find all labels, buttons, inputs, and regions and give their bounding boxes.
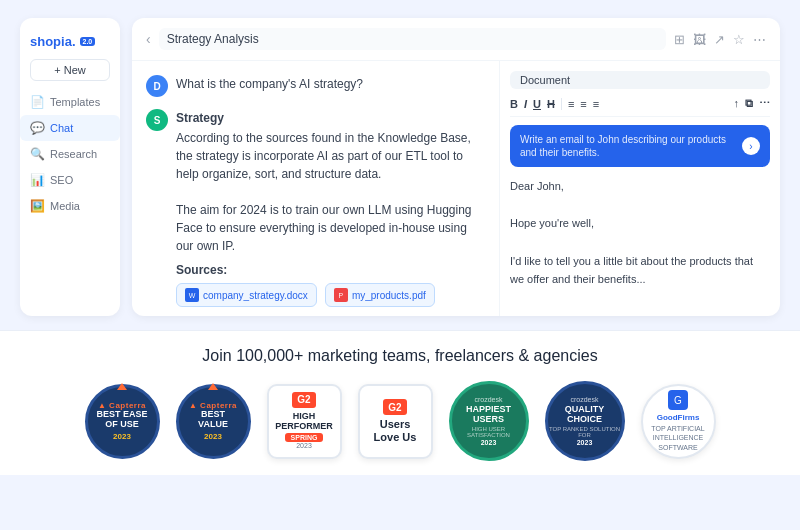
pdf-icon: P [334,288,348,302]
capterra-ease-badge: ▲ Capterra BEST EASEOF USE 2023 [85,384,160,459]
docx-filename: company_strategy.docx [203,290,308,301]
g2-logo-2: G2 [383,399,407,415]
source-files: W company_strategy.docx P my_products.pd… [176,283,485,307]
media-icon: 🖼️ [30,199,44,213]
marketing-title: Join 100,000+ marketing teams, freelance… [20,347,780,365]
new-button[interactable]: + New [30,59,110,81]
ai-avatar: S [146,109,168,131]
goodfirms-badge: G GoodFirms TOP ARTIFICIALINTELLIGENCESO… [641,384,716,459]
capterra-value-badge: ▲ Capterra BESTVALUE 2023 [176,384,251,459]
sidebar: shopia. 2.0 + New 📄 Templates 💬 Chat 🔍 R… [20,18,120,316]
app-section: shopia. 2.0 + New 📄 Templates 💬 Chat 🔍 R… [0,0,800,330]
crozdesk-main-2: QUALITYCHOICE [565,405,605,425]
sidebar-item-seo[interactable]: 📊 SEO [20,167,120,193]
goodfirms-text: TOP ARTIFICIALINTELLIGENCESOFTWARE [651,424,704,451]
main-content-area: ‹ ⊞ 🖼 ↗ ☆ ⋯ D What is the company's AI s… [132,18,780,316]
more-icon[interactable]: ⋯ [753,32,766,47]
ai-send-button[interactable]: › [742,137,760,155]
chat-panel: D What is the company's AI strategy? S S… [132,61,500,316]
docx-icon: W [185,288,199,302]
header-actions: ⊞ 🖼 ↗ ☆ ⋯ [674,32,766,47]
cap-arrow-1 [117,383,127,390]
research-icon: 🔍 [30,147,44,161]
copy-button[interactable]: ⧉ [745,97,753,110]
main-header: ‹ ⊞ 🖼 ↗ ☆ ⋯ [132,18,780,61]
source-file-pdf[interactable]: P my_products.pdf [325,283,435,307]
crozdesk-quality-badge: crozdesk QUALITYCHOICE TOP RANKED SOLUTI… [545,381,625,461]
share-doc-button[interactable]: ↑ [734,97,740,110]
align-left-button[interactable]: ≡ [568,98,574,110]
back-button[interactable]: ‹ [146,31,151,47]
g2-main-1: HighPerformer [275,411,333,431]
user-message: D What is the company's AI strategy? [146,75,485,97]
g2-logo-1: G2 [292,392,316,408]
breadcrumb-input[interactable] [159,28,666,50]
crozdesk-logo-1: crozdesk [474,396,502,403]
chat-body: D What is the company's AI strategy? S S… [132,61,780,316]
ai-input-box[interactable]: Write an email to John describing our pr… [510,125,770,167]
badges-row: ▲ Capterra BEST EASEOF USE 2023 ▲ Capter… [20,381,780,461]
grid-icon[interactable]: ⊞ [674,32,685,47]
capterra-main-1: BEST EASEOF USE [96,410,147,430]
document-panel: Document B I U H ≡ ≡ ≡ ↑ ⧉ ⋯ [500,61,780,316]
goodfirms-logo: GoodFirms [657,413,700,422]
doc-toolbar: B I U H ≡ ≡ ≡ ↑ ⧉ ⋯ [510,97,770,117]
g2-high-performer-badge: G2 HighPerformer SPRING 2023 [267,384,342,459]
ai-message: S Strategy According to the sources foun… [146,109,485,307]
crozdesk-main-1: HAPPIESTUSERS [466,405,511,425]
user-avatar: D [146,75,168,97]
sidebar-item-label: Research [50,148,97,160]
doc-line-3: Hope you're well, [510,214,770,233]
ai-input-text: Write an email to John describing our pr… [520,133,736,159]
logo-text: shopia. [30,34,76,49]
response-body: According to the sources found in the Kn… [176,131,472,253]
star-icon[interactable]: ☆ [733,32,745,47]
image-icon[interactable]: 🖼 [693,32,706,47]
goodfirms-icon: G [668,390,688,410]
ai-response-text: Strategy According to the sources found … [176,109,485,255]
crozdesk-sub-1: HIGH USER SATISFACTION [452,426,526,438]
sidebar-item-label: Media [50,200,80,212]
align-center-button[interactable]: ≡ [580,98,586,110]
g2-year-1: 2023 [296,442,312,450]
crozdesk-year-1: 2023 [481,439,497,446]
crozdesk-logo-2: crozdesk [570,396,598,403]
italic-button[interactable]: I [524,98,527,110]
ai-response-content: Strategy According to the sources found … [176,109,485,307]
document-tab[interactable]: Document [510,71,770,89]
sidebar-item-label: Chat [50,122,73,134]
align-right-button[interactable]: ≡ [593,98,599,110]
sidebar-item-templates[interactable]: 📄 Templates [20,89,120,115]
sidebar-item-chat[interactable]: 💬 Chat [20,115,120,141]
doc-line-5: I'd like to tell you a little bit about … [510,252,770,289]
share-icon[interactable]: ↗ [714,32,725,47]
g2-season-1: SPRING [285,433,324,442]
cap-arrow-2 [208,383,218,390]
doc-line-1: Dear John, [510,177,770,196]
crozdesk-year-2: 2023 [577,439,593,446]
toolbar-separator [561,98,562,110]
sidebar-item-label: SEO [50,174,73,186]
capterra-year-1: 2023 [113,432,131,441]
sidebar-item-research[interactable]: 🔍 Research [20,141,120,167]
user-message-text: What is the company's AI strategy? [176,75,363,93]
doc-line-2 [510,196,770,215]
more-doc-button[interactable]: ⋯ [759,97,770,110]
capterra-year-2: 2023 [204,432,222,441]
sidebar-item-label: Templates [50,96,100,108]
logo-area: shopia. 2.0 [20,28,120,59]
source-file-docx[interactable]: W company_strategy.docx [176,283,317,307]
doc-line-4 [510,233,770,252]
marketing-section: Join 100,000+ marketing teams, freelance… [0,330,800,475]
sidebar-item-media[interactable]: 🖼️ Media [20,193,120,219]
toolbar-right-actions: ↑ ⧉ ⋯ [734,97,771,110]
chat-icon: 💬 [30,121,44,135]
document-content: Dear John, Hope you're well, I'd like to… [510,177,770,289]
g2-love-text: UsersLove Us [374,418,417,442]
underline-button[interactable]: U [533,98,541,110]
logo-badge: 2.0 [80,37,96,46]
strikethrough-button[interactable]: H [547,98,555,110]
response-title: Strategy [176,109,485,127]
bold-button[interactable]: B [510,98,518,110]
crozdesk-happiest-badge: crozdesk HAPPIESTUSERS HIGH USER SATISFA… [449,381,529,461]
